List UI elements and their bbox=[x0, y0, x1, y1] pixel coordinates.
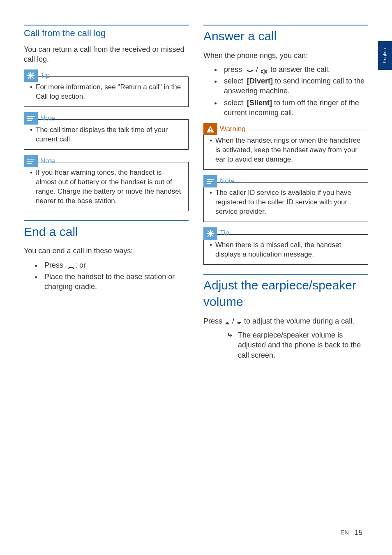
list-item: Press ; or bbox=[42, 260, 189, 270]
box-tag: Note bbox=[24, 112, 55, 125]
note-icon bbox=[24, 112, 38, 125]
text: The earpiece/speaker volume is adjusted … bbox=[238, 330, 368, 360]
warning-item: When the handset rings or when the hands… bbox=[210, 136, 363, 164]
box-tag: Tip bbox=[203, 227, 229, 240]
text: / bbox=[230, 317, 236, 325]
note-icon bbox=[24, 155, 38, 167]
list-item: press / to answer the call. bbox=[221, 65, 368, 74]
note-box: Note The call timer displays the talk ti… bbox=[24, 119, 189, 150]
text: / bbox=[254, 65, 260, 74]
text: press bbox=[224, 65, 246, 74]
option-label: [Silent] bbox=[247, 99, 272, 107]
footer-page-number: 15 bbox=[355, 528, 362, 538]
warning-icon bbox=[203, 123, 217, 135]
language-tab: English bbox=[378, 41, 392, 70]
heading-call-from-log: Call from the call log bbox=[24, 25, 189, 39]
page-footer: EN 15 bbox=[340, 528, 362, 538]
tip-box: Tip For more information, see "Return a … bbox=[24, 76, 189, 107]
note-box: Note The caller ID service is available … bbox=[203, 182, 368, 222]
footer-lang: EN bbox=[340, 528, 349, 538]
bullet-list: press / to answer the call. select [Dive… bbox=[203, 65, 368, 118]
box-tag: Note bbox=[203, 175, 235, 187]
asterisk-icon bbox=[24, 69, 38, 82]
note-item: If you hear warning tones, the handset i… bbox=[30, 168, 183, 206]
box-label: Tip bbox=[220, 229, 229, 238]
heading-end-call: End a call bbox=[24, 220, 189, 240]
box-label: Tip bbox=[40, 71, 50, 81]
text: Press bbox=[203, 317, 224, 325]
paragraph: You can end a call in these ways: bbox=[24, 246, 189, 256]
list-item: Place the handset to the base station or… bbox=[42, 272, 189, 292]
asterisk-icon bbox=[203, 227, 217, 240]
text: to adjust the volume during a call. bbox=[242, 317, 354, 325]
tip-box: Tip When there is a missed call, the han… bbox=[203, 234, 368, 265]
left-column: Call from the call log You can return a … bbox=[24, 25, 189, 360]
option-label: [Divert] bbox=[247, 77, 273, 85]
box-tag: Warning bbox=[203, 123, 246, 135]
svg-rect-4 bbox=[210, 128, 211, 131]
box-label: Warning bbox=[220, 125, 246, 134]
heading-answer-call: Answer a call bbox=[203, 25, 368, 45]
result-arrow-icon bbox=[227, 330, 234, 360]
box-label: Note bbox=[220, 177, 235, 186]
text: Press bbox=[44, 261, 67, 269]
language-tab-label: English bbox=[382, 48, 388, 63]
talk-icon bbox=[246, 67, 254, 73]
list-item: select [Divert] to send incoming call to… bbox=[221, 76, 368, 96]
tip-item: When there is a missed call, the handset… bbox=[210, 240, 363, 259]
box-tag: Note bbox=[24, 155, 55, 167]
tip-item: For more information, see "Return a call… bbox=[30, 83, 183, 102]
svg-rect-5 bbox=[210, 131, 211, 132]
hangup-icon bbox=[67, 263, 75, 268]
down-arrow-icon bbox=[236, 319, 242, 324]
result-item: The earpiece/speaker volume is adjusted … bbox=[203, 330, 368, 360]
right-column: Answer a call When the phone rings, you … bbox=[203, 25, 368, 360]
bullet-list: Press ; or Place the handset to the base… bbox=[24, 260, 189, 292]
text: ; or bbox=[75, 261, 86, 269]
note-item: The call timer displays the talk time of… bbox=[30, 125, 183, 144]
heading-adjust-volume: Adjust the earpiece/speaker volume bbox=[203, 274, 368, 310]
warning-box: Warning When the handset rings or when t… bbox=[203, 130, 368, 170]
box-label: Note bbox=[40, 157, 55, 166]
box-label: Note bbox=[40, 114, 55, 123]
note-icon bbox=[203, 175, 217, 187]
box-tag: Tip bbox=[24, 69, 50, 82]
paragraph: When the phone rings, you can: bbox=[203, 51, 368, 60]
list-item: select [Silent] to turn off the ringer o… bbox=[221, 98, 368, 118]
note-box: Note If you hear warning tones, the hand… bbox=[24, 162, 189, 211]
speaker-icon bbox=[260, 67, 268, 73]
text: select bbox=[224, 77, 247, 85]
note-item: The caller ID service is available if yo… bbox=[210, 188, 363, 217]
text: select bbox=[224, 99, 247, 107]
page-content: Call from the call log You can return a … bbox=[0, 0, 392, 377]
up-arrow-icon bbox=[224, 319, 230, 324]
paragraph: Press / to adjust the volume during a ca… bbox=[203, 316, 368, 326]
text: to answer the call. bbox=[268, 65, 330, 74]
paragraph: You can return a call from the received … bbox=[24, 44, 189, 65]
